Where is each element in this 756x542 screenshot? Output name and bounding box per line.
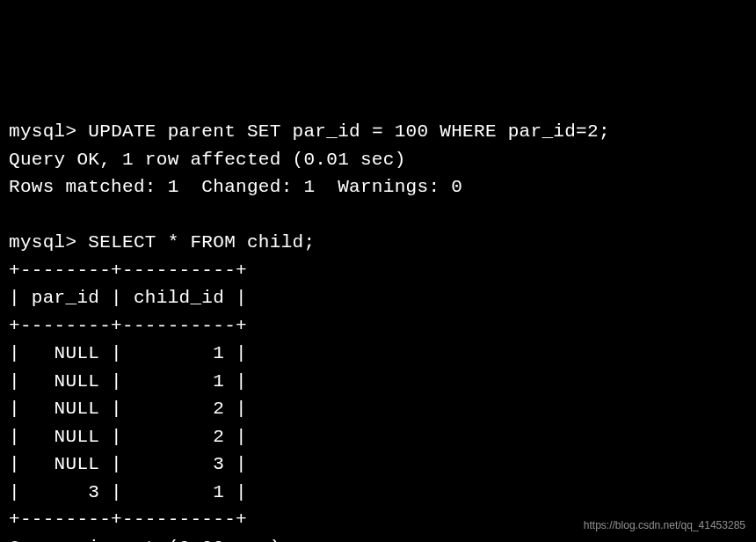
table-border-mid: +--------+----------+ xyxy=(9,316,247,336)
table-row: | NULL | 2 | xyxy=(9,427,247,447)
sql-select-command: SELECT * FROM child; xyxy=(88,232,315,253)
table-row: | NULL | 1 | xyxy=(9,371,247,392)
table-border-bottom: +--------+----------+ xyxy=(9,509,247,530)
mysql-prompt: mysql> xyxy=(9,121,76,142)
table-row: | NULL | 2 | xyxy=(9,399,247,419)
rows-matched-response: Rows matched: 1 Changed: 1 Warnings: 0 xyxy=(9,177,462,197)
table-header: | par_id | child_id | xyxy=(9,288,247,308)
table-row: | 3 | 1 | xyxy=(9,482,247,502)
table-row: | NULL | 1 | xyxy=(9,343,247,363)
sql-update-command: UPDATE parent SET par_id = 100 WHERE par… xyxy=(88,121,610,142)
table-row: | NULL | 3 | xyxy=(9,454,247,474)
watermark-text: https://blog.csdn.net/qq_41453285 xyxy=(584,517,745,533)
query-ok-response: Query OK, 1 row affected (0.01 sec) xyxy=(9,150,406,170)
rows-in-set-response: 6 rows in set (0.00 sec) xyxy=(9,538,281,543)
table-border-top: +--------+----------+ xyxy=(9,260,247,281)
mysql-prompt: mysql> xyxy=(9,232,76,253)
